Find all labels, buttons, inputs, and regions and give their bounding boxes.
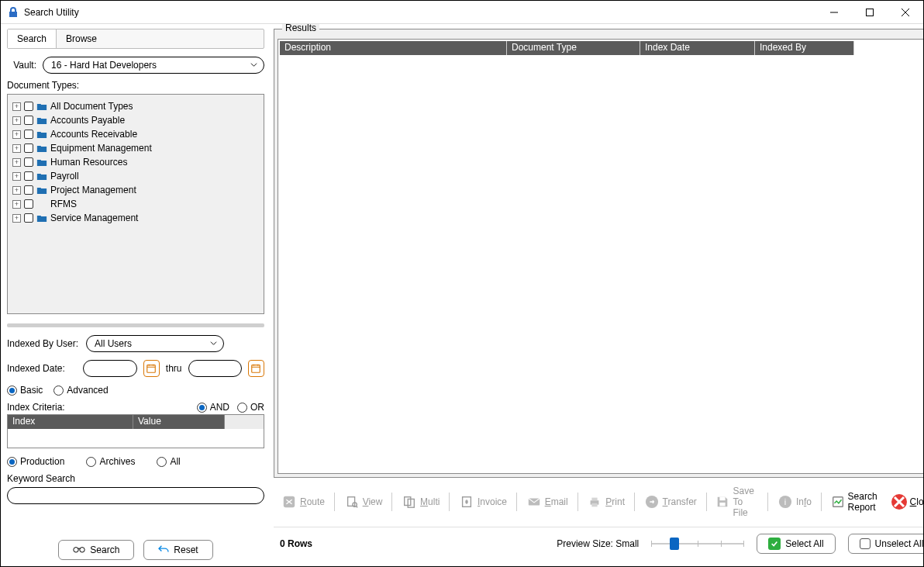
all-label: All: [170, 456, 180, 467]
tree-checkbox[interactable]: [24, 102, 33, 111]
tree-checkbox[interactable]: [24, 143, 33, 153]
search-button[interactable]: Search: [58, 540, 134, 560]
criteria-header-value[interactable]: Value: [133, 415, 225, 429]
expand-icon[interactable]: +: [12, 102, 21, 111]
invoice-button[interactable]: Invoice: [454, 491, 512, 513]
radio-archives[interactable]: Archives: [86, 456, 135, 467]
expand-icon[interactable]: +: [12, 130, 21, 139]
col-doc-type[interactable]: Document Type: [506, 41, 640, 55]
svg-point-4: [80, 548, 84, 552]
vault-row: Vault: 16 - Hard Hat Developers: [7, 57, 264, 74]
expand-icon[interactable]: +: [12, 116, 21, 125]
tree-checkbox[interactable]: [24, 116, 33, 125]
criteria-header-row: Index Value: [8, 415, 264, 429]
transfer-button[interactable]: Transfer: [640, 491, 702, 513]
expand-icon[interactable]: +: [12, 186, 21, 195]
date-from-input[interactable]: [83, 360, 136, 377]
radio-and[interactable]: AND: [197, 402, 229, 413]
radio-dot-icon: [7, 457, 17, 467]
preview-size-label: Preview Size: Small: [557, 538, 639, 549]
print-button[interactable]: Print: [582, 491, 629, 513]
unselect-all-button[interactable]: Unselect All: [848, 534, 923, 554]
invoice-label: nvoice: [480, 496, 507, 507]
search-report-label: Search Report: [848, 491, 879, 513]
multi-button[interactable]: Multi: [397, 491, 444, 513]
maximize-button[interactable]: [852, 1, 888, 24]
col-index-date[interactable]: Index Date: [640, 41, 754, 55]
tree-item[interactable]: +Service Management: [12, 211, 259, 225]
app-window: Search Utility Search Browse Vault: 16 -…: [0, 0, 924, 567]
close-button[interactable]: Close: [887, 491, 923, 513]
close-window-button[interactable]: [888, 1, 923, 24]
results-groupbox: Results Description Document Type Index …: [274, 29, 923, 478]
production-label: Production: [20, 456, 64, 467]
svg-rect-16: [720, 497, 726, 501]
date-to-input[interactable]: [188, 360, 242, 377]
vault-dropdown[interactable]: 16 - Hard Hat Developers: [43, 57, 264, 74]
reset-button[interactable]: Reset: [143, 540, 212, 560]
minimize-button[interactable]: [816, 1, 852, 24]
expand-icon[interactable]: +: [12, 200, 21, 209]
col-indexed-by[interactable]: Indexed By: [754, 41, 853, 55]
expand-icon[interactable]: +: [12, 144, 21, 153]
separator: [516, 493, 517, 511]
tree-item[interactable]: +Accounts Receivable: [12, 127, 259, 141]
select-all-button[interactable]: Select All: [757, 534, 835, 554]
tree-checkbox[interactable]: [24, 157, 33, 167]
tree-checkbox[interactable]: [24, 130, 33, 139]
tree-checkbox[interactable]: [24, 213, 33, 223]
preview-size-slider[interactable]: [651, 536, 744, 551]
indexed-by-dropdown[interactable]: All Users: [86, 335, 224, 352]
tree-item[interactable]: +Human Resources: [12, 155, 259, 169]
multi-label: ulti: [428, 496, 440, 507]
col-description[interactable]: Description: [280, 41, 506, 55]
tree-item[interactable]: +Equipment Management: [12, 141, 259, 155]
tab-browse[interactable]: Browse: [57, 29, 106, 48]
tree-item-label: Equipment Management: [50, 143, 152, 154]
mode-row: Basic Advanced: [7, 385, 264, 396]
route-button[interactable]: Route: [277, 491, 329, 513]
expand-icon[interactable]: +: [12, 172, 21, 181]
view-button[interactable]: View: [340, 491, 388, 513]
radio-dot-icon: [86, 457, 96, 467]
window-title: Search Utility: [24, 7, 816, 18]
search-report-button[interactable]: Search Report: [826, 488, 884, 516]
svg-rect-13: [592, 498, 598, 501]
reset-button-label: Reset: [174, 545, 198, 555]
tree-item-label: Project Management: [50, 185, 136, 195]
tree-checkbox[interactable]: [24, 171, 33, 181]
email-button[interactable]: Email: [522, 491, 573, 513]
indexed-by-value: All Users: [95, 338, 132, 349]
tree-item[interactable]: +RFMS: [12, 197, 259, 211]
folder-icon: [36, 144, 47, 153]
expand-icon[interactable]: +: [12, 158, 21, 167]
radio-advanced[interactable]: Advanced: [53, 385, 108, 396]
tab-search[interactable]: Search: [8, 29, 57, 48]
doc-types-tree[interactable]: +All Document Types+Accounts Payable+Acc…: [7, 94, 264, 314]
calendar-to-button[interactable]: [248, 360, 264, 377]
tree-checkbox[interactable]: [24, 199, 33, 209]
tree-item[interactable]: +Accounts Payable: [12, 113, 259, 127]
results-header-row: Description Document Type Index Date Ind…: [280, 41, 923, 55]
lock-icon: [7, 6, 19, 19]
separator: [449, 493, 450, 511]
tree-item[interactable]: +All Document Types: [12, 99, 259, 113]
calendar-from-button[interactable]: [143, 360, 160, 377]
radio-all[interactable]: All: [157, 456, 180, 467]
tree-checkbox[interactable]: [24, 185, 33, 195]
criteria-header-index[interactable]: Index: [8, 415, 133, 429]
tree-item[interactable]: +Project Management: [12, 183, 259, 197]
radio-or[interactable]: OR: [237, 402, 264, 413]
results-grid[interactable]: Description Document Type Index Date Ind…: [278, 39, 923, 474]
keyword-input[interactable]: [7, 487, 264, 504]
radio-basic[interactable]: Basic: [7, 385, 43, 396]
criteria-grid[interactable]: Index Value: [7, 414, 264, 448]
save-button[interactable]: Save To File: [711, 482, 763, 521]
folder-icon: [36, 116, 47, 125]
expand-icon[interactable]: +: [12, 214, 21, 223]
archives-label: Archives: [99, 456, 135, 467]
indexed-date-row: Indexed Date: thru: [7, 360, 264, 377]
tree-item[interactable]: +Payroll: [12, 169, 259, 183]
info-button[interactable]: iInfo: [773, 491, 816, 513]
radio-production[interactable]: Production: [7, 456, 64, 467]
